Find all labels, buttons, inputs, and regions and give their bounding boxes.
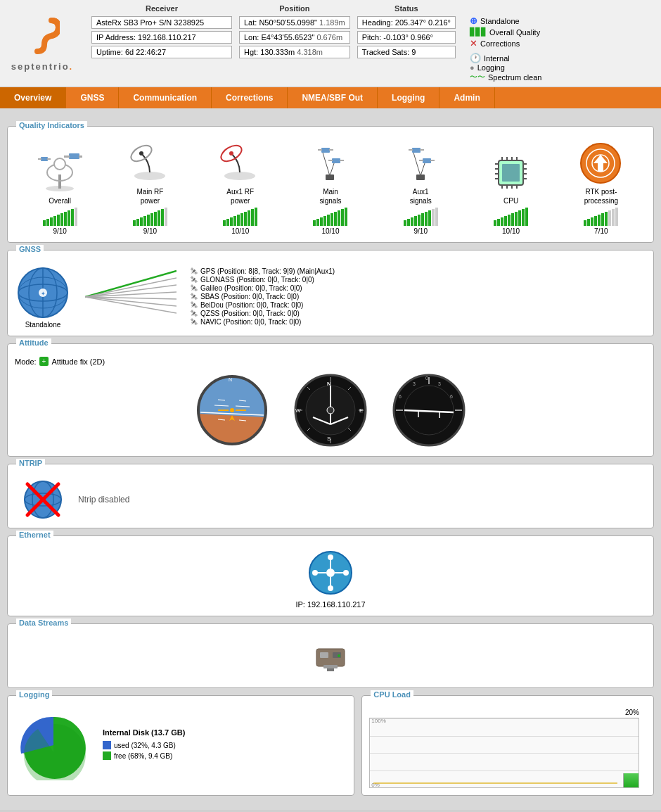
attitude-mode-label: Mode: <box>15 357 37 366</box>
ntrip-icon-container <box>22 478 64 521</box>
svg-text:6: 6 <box>399 394 402 399</box>
svg-rect-21 <box>340 160 344 161</box>
svg-line-23 <box>330 163 334 176</box>
nav-gnss[interactable]: GNSS <box>66 87 119 108</box>
svg-text:3: 3 <box>438 381 441 386</box>
datastreams-panel: Data Streams <box>7 623 654 688</box>
overall-quality-icon: ▊▊▊ <box>470 27 487 37</box>
free-legend-item: free (68%, 9.4 GB) <box>103 751 185 760</box>
svg-point-136 <box>338 654 340 657</box>
nav-communication[interactable]: Communication <box>119 87 212 108</box>
internal-clock-icon: 🕐 <box>470 53 481 63</box>
quality-main-rf-score: 9/10 <box>143 227 157 235</box>
quality-rtk-score: 7/10 <box>594 227 608 235</box>
quality-cpu-label: CPU <box>503 197 518 205</box>
lat-err: 1.189m <box>319 18 345 27</box>
svg-text:3: 3 <box>413 381 416 386</box>
svg-rect-9 <box>47 158 51 160</box>
hgt-err: 4.318m <box>297 48 323 56</box>
quality-rtk-icon <box>578 141 624 186</box>
ntrip-panel: NTRIP Ntrip disabled <box>7 464 654 528</box>
logging-label: Logging <box>477 63 505 72</box>
logging-panel: Logging <box>7 695 354 796</box>
quality-overall: Overall 9/10 <box>37 150 83 235</box>
sbas-sat-icon: 🛰 <box>191 293 198 300</box>
gnss-sbas: 🛰 SBAS (Position: 0|0, Track: 0|0) <box>191 293 335 300</box>
attitude-title: Attitude <box>16 338 51 347</box>
nav-admin[interactable]: Admin <box>439 87 494 108</box>
lon-err: 0.676m <box>316 33 342 42</box>
status-fields-title: Status <box>357 4 456 13</box>
gnss-galileo-text: Galileo (Position: 0|0, Track: 0|0) <box>200 284 302 292</box>
cpuload-content: 20% 100% 0% <box>369 703 646 788</box>
svg-rect-132 <box>320 652 328 658</box>
svg-point-128 <box>328 585 333 591</box>
nav-overview[interactable]: Overview <box>0 87 66 108</box>
cpu-percent-label: 20% <box>369 709 639 716</box>
quality-rtk-bars <box>584 208 618 226</box>
svg-point-3 <box>54 158 65 170</box>
svg-point-15 <box>229 151 233 156</box>
status-logging: ● Logging <box>470 63 541 72</box>
attitude-mode-value: Attitude fix (2D) <box>51 357 105 366</box>
attitude-mode-icon: + <box>39 357 49 366</box>
svg-text:E: E <box>359 407 363 414</box>
svg-rect-25 <box>412 148 421 153</box>
quality-cpu-icon <box>488 150 534 196</box>
navic-sat-icon: 🛰 <box>191 318 198 326</box>
ntrip-disabled-icon <box>22 478 64 521</box>
svg-point-10 <box>134 172 165 180</box>
internal-label: Internal <box>484 54 510 63</box>
lat-value: Lat: N50°50'55.0998" <box>244 18 317 27</box>
heading-field: Heading: 205.347° 0.216° <box>357 16 456 29</box>
cpu-value: 20% <box>625 709 639 716</box>
ethernet-content: IP: 192.168.110.217 <box>15 543 646 609</box>
beidou-sat-icon: 🛰 <box>191 301 198 309</box>
nav-nmea-sbf[interactable]: NMEA/SBF Out <box>288 87 378 108</box>
svg-rect-26 <box>409 149 413 151</box>
ethernet-ip: IP: 192.168.110.217 <box>295 600 365 609</box>
gnss-content: ✦ Standalone 🛰 GPS (Position: 8|8, Tr <box>15 258 646 329</box>
status-spectrum-clean: 〜〜 Spectrum clean <box>470 72 541 82</box>
gnss-navic: 🛰 NAVIC (Position: 0|0, Track: 0|0) <box>191 318 335 326</box>
free-legend-color <box>103 751 111 760</box>
quality-indicators-title: Quality Indicators <box>16 121 87 129</box>
svg-text:✦: ✦ <box>41 291 46 297</box>
cpu-label-100: 100% <box>371 718 385 724</box>
pitch-value: Pitch: -0.103° <box>362 33 409 42</box>
svg-rect-16 <box>321 148 330 153</box>
logging-pie-chart <box>15 710 92 780</box>
roll-gauge: 3 0 3 6 6 <box>390 372 468 449</box>
disk-label: Internal Disk (13.7 GB) <box>103 728 185 737</box>
quality-aux1-signals: Aux1 signals 9/10 <box>398 141 444 235</box>
datastreams-title: Data Streams <box>16 618 71 627</box>
gnss-navic-text: NAVIC (Position: 0|0, Track: 0|0) <box>200 318 301 326</box>
hgt-value: Hgt: 130.333m <box>244 48 295 56</box>
nav-logging[interactable]: Logging <box>378 87 439 108</box>
gnss-satellite-list: 🛰 GPS (Position: 8|8, Track: 9|9) (Main|… <box>191 267 335 326</box>
cpuload-panel: CPU Load 20% 100% 0% <box>361 695 654 796</box>
svg-line-64 <box>85 285 177 297</box>
ethernet-icon-container <box>308 550 354 597</box>
gnss-panel: GNSS ✦ Standalone <box>7 250 654 336</box>
glonass-sat-icon: 🛰 <box>191 276 198 284</box>
compass: N S E W <box>292 372 369 449</box>
quality-aux1-signals-label: Aux1 <box>413 188 429 196</box>
corrections-icon: ✕ <box>470 38 477 49</box>
receiver-model: AsteRx SB3 Pro+ S/N 3238925 <box>91 16 232 29</box>
quality-main-signals-bars <box>313 208 347 226</box>
quality-main-rf-icon <box>127 141 173 186</box>
quality-overall-bars <box>43 208 77 226</box>
svg-point-81 <box>230 408 234 412</box>
quality-main-signals-icon <box>307 141 353 186</box>
svg-rect-135 <box>327 668 334 671</box>
attitude-instruments: N <box>15 372 646 449</box>
cpuload-title: CPU Load <box>371 690 413 699</box>
ethernet-icon <box>308 550 354 596</box>
ntrip-content: Ntrip disabled <box>15 471 646 521</box>
quality-aux1-rf-icon <box>217 141 263 186</box>
svg-text:N: N <box>229 377 232 382</box>
nav-corrections[interactable]: Corrections <box>212 87 288 108</box>
svg-rect-29 <box>419 160 423 161</box>
logo: septentrio. <box>7 15 77 72</box>
